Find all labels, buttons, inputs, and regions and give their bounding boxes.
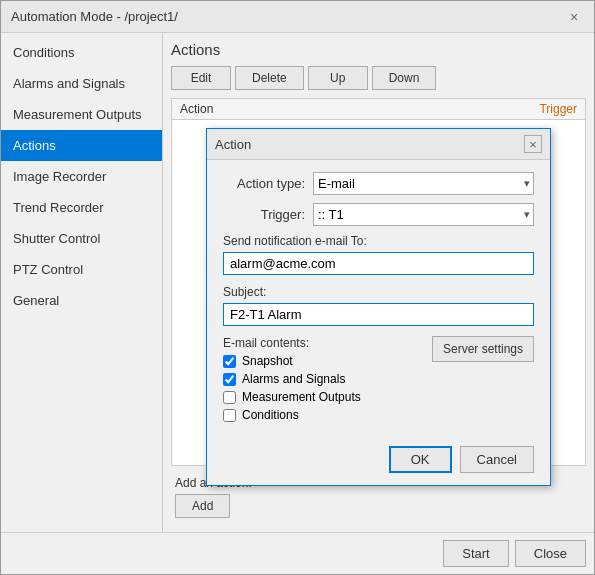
panel-title: Actions (171, 41, 586, 58)
modal-title-bar: Action × (207, 129, 550, 160)
checkbox-measurement-outputs: Measurement Outputs (223, 390, 432, 404)
send-to-input[interactable] (223, 252, 534, 275)
send-to-section: Send notification e-mail To: (223, 234, 534, 281)
trigger-column-header: Trigger (539, 102, 577, 116)
start-button[interactable]: Start (443, 540, 508, 567)
sidebar-item-alarms-signals[interactable]: Alarms and Signals (1, 68, 162, 99)
close-button[interactable]: Close (515, 540, 586, 567)
sidebar-item-general[interactable]: General (1, 285, 162, 316)
action-modal: Action × Action type: E-mail (206, 128, 551, 486)
main-window: Automation Mode - /project1/ × Condition… (0, 0, 595, 575)
action-type-select-wrapper: E-mail (313, 172, 534, 195)
measurement-outputs-checkbox[interactable] (223, 391, 236, 404)
subject-section: Subject: (223, 285, 534, 332)
conditions-label: Conditions (242, 408, 299, 422)
sidebar: Conditions Alarms and Signals Measuremen… (1, 33, 163, 532)
action-type-select[interactable]: E-mail (313, 172, 534, 195)
sidebar-item-trend-recorder[interactable]: Trend Recorder (1, 192, 162, 223)
ok-button[interactable]: OK (389, 446, 452, 473)
trigger-label: Trigger: (223, 207, 313, 222)
modal-title: Action (215, 137, 251, 152)
measurement-outputs-label: Measurement Outputs (242, 390, 361, 404)
modal-close-button[interactable]: × (524, 135, 542, 153)
window-footer: Start Close (1, 532, 594, 574)
send-to-label: Send notification e-mail To: (223, 234, 534, 248)
sidebar-item-image-recorder[interactable]: Image Recorder (1, 161, 162, 192)
subject-input[interactable] (223, 303, 534, 326)
action-type-row: Action type: E-mail (223, 172, 534, 195)
window-close-button[interactable]: × (564, 7, 584, 27)
modal-footer: OK Cancel (207, 438, 550, 485)
table-header: Action Trigger (172, 99, 585, 120)
delete-button[interactable]: Delete (235, 66, 304, 90)
conditions-checkbox[interactable] (223, 409, 236, 422)
sidebar-item-shutter-control[interactable]: Shutter Control (1, 223, 162, 254)
add-button[interactable]: Add (175, 494, 230, 518)
trigger-select-wrapper: :: T1 (313, 203, 534, 226)
up-button[interactable]: Up (308, 66, 368, 90)
actions-table: Action Trigger Action × Action type: (171, 98, 586, 466)
checkbox-alarms-signals: Alarms and Signals (223, 372, 432, 386)
main-content: Conditions Alarms and Signals Measuremen… (1, 33, 594, 532)
snapshot-checkbox[interactable] (223, 355, 236, 368)
sidebar-item-measurement-outputs[interactable]: Measurement Outputs (1, 99, 162, 130)
action-column-header: Action (180, 102, 213, 116)
down-button[interactable]: Down (372, 66, 437, 90)
trigger-select[interactable]: :: T1 (313, 203, 534, 226)
checkbox-conditions: Conditions (223, 408, 432, 422)
cancel-button[interactable]: Cancel (460, 446, 534, 473)
email-contents-label: E-mail contents: (223, 336, 432, 350)
edit-button[interactable]: Edit (171, 66, 231, 90)
sidebar-item-actions[interactable]: Actions (1, 130, 162, 161)
modal-body: Action type: E-mail Trigger: :: T1 (207, 160, 550, 438)
actions-toolbar: Edit Delete Up Down (171, 66, 586, 90)
snapshot-label: Snapshot (242, 354, 293, 368)
sidebar-item-conditions[interactable]: Conditions (1, 37, 162, 68)
alarms-signals-checkbox[interactable] (223, 373, 236, 386)
subject-label: Subject: (223, 285, 534, 299)
server-settings-button[interactable]: Server settings (432, 336, 534, 362)
trigger-row: Trigger: :: T1 (223, 203, 534, 226)
sidebar-item-ptz-control[interactable]: PTZ Control (1, 254, 162, 285)
email-contents-left: E-mail contents: Snapshot Alarms and Sig… (223, 336, 432, 426)
action-type-label: Action type: (223, 176, 313, 191)
right-panel: Actions Edit Delete Up Down Action Trigg… (163, 33, 594, 532)
alarms-signals-label: Alarms and Signals (242, 372, 345, 386)
window-title: Automation Mode - /project1/ (11, 9, 178, 24)
checkbox-snapshot: Snapshot (223, 354, 432, 368)
title-bar: Automation Mode - /project1/ × (1, 1, 594, 33)
email-contents-section: E-mail contents: Snapshot Alarms and Sig… (223, 336, 534, 426)
